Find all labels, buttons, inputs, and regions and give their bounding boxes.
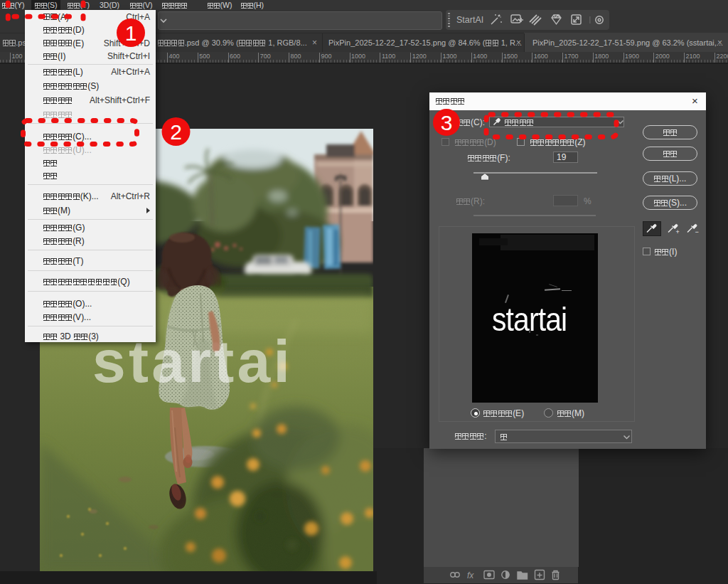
svg-text:2: 2 <box>170 120 182 144</box>
svg-text:3: 3 <box>441 111 453 134</box>
svg-text:1: 1 <box>125 21 137 45</box>
